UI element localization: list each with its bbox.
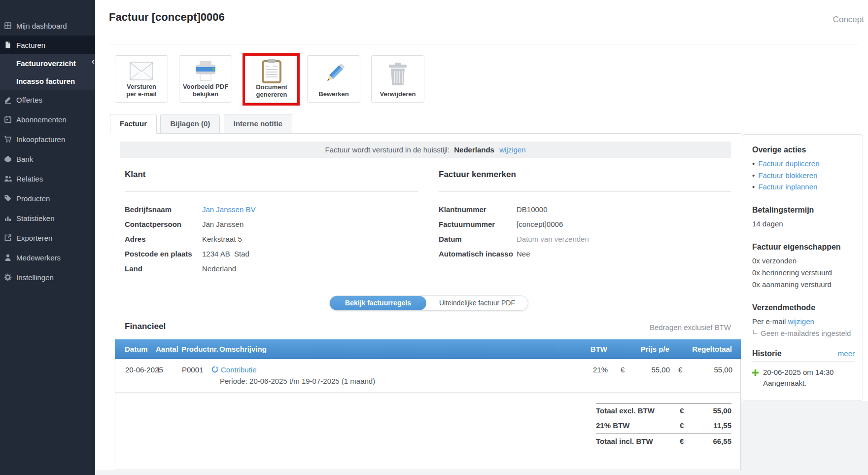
field-value: Jan Janssen [202,220,243,228]
label-line: per e-mail [126,90,156,98]
generate-document-button[interactable]: Documentgenereren [245,55,298,103]
sidebar-item-label: Producten [16,194,50,203]
cell-productnr: P0001 [182,365,203,374]
list-item: Factuur dupliceren [752,158,855,170]
page-title: Factuur [concept]0006 [109,11,225,24]
sidebar-item-medewerkers[interactable]: Medewerkers [0,248,95,267]
preview-pdf-button[interactable]: Voorbeeld PDFbekijken [179,55,232,103]
subitem-label: Factuuroverzicht [16,59,76,68]
people-icon [4,175,12,183]
col-productnr: Productnr. [181,339,218,359]
pen-icon [4,96,12,104]
cart-icon [4,135,12,143]
list-item: Factuur blokkeren [752,170,855,182]
field-label: Postcode en plaats [125,250,192,258]
total-value: 11,55 [682,421,731,430]
action-label: Versturenper e-mail [126,83,156,102]
historie-text: Aangemaakt. [763,379,855,387]
toggle-factuur-pdf[interactable]: Uiteindelijke factuur PDF [426,296,528,310]
historie-header: Historie meer [752,349,855,358]
sidebar-item-abonnementen[interactable]: Abonnementen [0,110,95,129]
delete-button[interactable]: Verwijderen [371,55,424,103]
sidebar-item-producten[interactable]: Producten [0,188,95,208]
field-label: Automatisch incasso [439,250,513,258]
total-label: Totaal excl. BTW [596,406,655,415]
field-value: [concept]0006 [517,220,563,228]
sidebar-item-inkoopfacturen[interactable]: Inkoopfacturen [0,129,95,149]
sidebar-collapse-icon[interactable]: ‹ [92,56,95,66]
invoice-icon [4,41,12,49]
action-label: Verwijderen [380,90,416,102]
label-line: Bewerken [318,90,348,98]
list-item: Factuur inplannen [752,181,855,193]
field-value: Datum van verzenden [517,235,589,243]
field-value: Nederland [202,264,236,273]
main-content: Factuur [concept]0006 Concept Versturenp… [95,0,868,475]
field-value: Kerkstraat 5 [202,235,242,243]
warning-text: Geen e-mailadres ingesteld [761,329,851,337]
financieel-heading: Financieel [125,322,166,331]
cell-regeltotaal: 55,00 [682,365,732,374]
total-label: 21% BTW [596,421,629,430]
pencil-icon [322,56,346,90]
sidebar-item-label: Mijn dashboard [16,22,67,30]
sidebar-subitem-factuuroverzicht[interactable]: Factuuroverzicht [0,54,95,72]
tab-factuur[interactable]: Factuur [110,114,157,134]
factuur-inplannen-link[interactable]: Factuur inplannen [758,183,817,191]
label-line: Versturen [127,83,156,90]
product-link[interactable]: Contributie [221,365,257,374]
tab-interne-notitie[interactable]: Interne notitie [224,114,292,134]
cell-periode: Periode: 20-06-2025 t/m 19-07-2025 (1 ma… [220,377,375,385]
sidebar-subitem-incasso-facturen[interactable]: Incasso facturen [0,72,95,90]
sidebar-item-label: Offertes [16,96,42,104]
sidebar-item-label: Relaties [16,175,43,183]
sidebar-item-statistieken[interactable]: Statistieken [0,208,95,228]
cell-omschrijving: Contributie [221,365,257,374]
sidebar-item-relaties[interactable]: Relaties [0,169,95,188]
sidebar-item-label: Statistieken [16,214,55,222]
recurring-icon [211,366,218,374]
action-label: Bewerken [318,90,348,102]
sidebar-item-bank[interactable]: Bank [0,149,95,169]
side-panel: Overige acties Factuur dupliceren Factuu… [742,134,863,401]
change-verzendmethode-link[interactable]: wijzigen [788,317,814,326]
historie-meer-link[interactable]: meer [838,349,855,358]
tab-bijlagen[interactable]: Bijlagen (0) [160,114,220,134]
tag-icon [4,194,12,202]
divider [752,361,855,362]
factuur-blokkeren-link[interactable]: Factuur blokkeren [758,171,817,180]
toggle-factuurregels[interactable]: Bekijk factuurregels [330,296,426,310]
sidebar-item-exporteren[interactable]: Exporteren [0,228,95,248]
cell-prijs: 55,00 [623,365,670,374]
col-prijs: Prijs p/e [623,339,669,359]
historie-date: 20-06-2025 om 14:30 [763,368,833,376]
sidebar-item-dashboard[interactable]: Mijn dashboard [0,16,95,36]
label-line: genereren [256,91,287,98]
sidebar-item-instellingen[interactable]: Instellingen [0,267,95,287]
envelope-icon [130,56,153,83]
divider [115,392,740,393]
eigenschap-line: 0x herinnering verstuurd [752,267,855,279]
total-value: 55,00 [682,406,731,415]
label-line: Verwijderen [380,90,416,98]
col-btw: BTW [558,339,607,359]
kenmerken-heading: Factuur kenmerken [439,170,516,180]
page-background [741,401,868,475]
change-housestyle-link[interactable]: wijzigen [499,146,525,154]
historie-entry: 20-06-2025 om 14:30 [752,368,855,376]
facturen-submenu: Factuuroverzicht Incasso facturen [0,54,95,90]
sidebar-item-facturen[interactable]: Facturen [0,36,95,54]
edit-button[interactable]: Bewerken [307,55,360,103]
send-email-button[interactable]: Versturenper e-mail [115,55,168,103]
customer-link[interactable]: Jan Janssen BV [202,205,255,214]
sidebar-item-offertes[interactable]: Offertes [0,90,95,110]
tab-bar: Factuur Bijlagen (0) Interne notitie [110,114,294,134]
notice-language: Nederlands [454,146,494,154]
field-label: Adres [125,235,146,243]
overige-acties-heading: Overige acties [752,146,855,154]
factuur-dupliceren-link[interactable]: Factuur dupliceren [758,159,819,168]
table-header: Datum Aantal Productnr. Omschrijving BTW… [115,339,741,359]
klant-heading: Klant [125,170,146,180]
total-label: Totaal incl. BTW [596,437,653,445]
field-value: Nee [517,250,530,258]
